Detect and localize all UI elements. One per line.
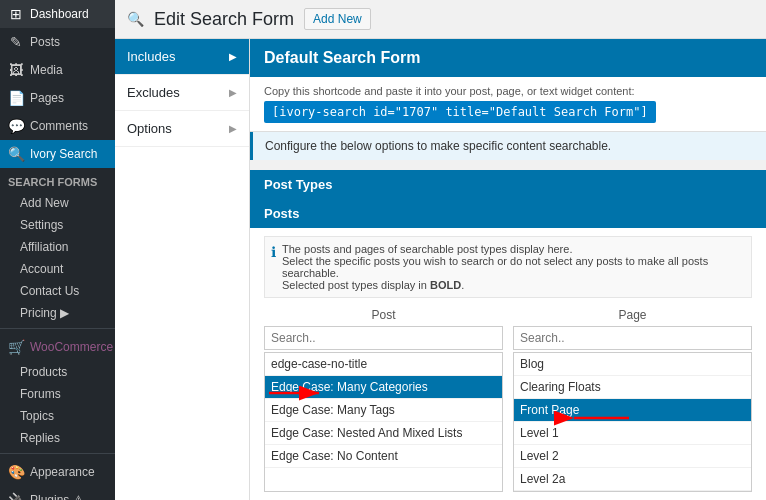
posts-info: ℹ The posts and pages of searchable post… [264, 236, 752, 298]
posts-section-header: Posts [250, 199, 766, 228]
sidebar-sub-contact-us[interactable]: Contact Us [0, 280, 115, 302]
appearance-label: Appearance [30, 465, 95, 479]
list-item[interactable]: edge-case-no-title [265, 353, 502, 376]
sidebar-item-label: Pages [30, 91, 64, 105]
list-item[interactable]: Edge Case: Many Categories [265, 376, 502, 399]
woocommerce-icon: 🛒 [8, 339, 24, 355]
sidebar-item-posts[interactable]: ✎ Posts [0, 28, 115, 56]
list-item[interactable]: Level 1 [514, 422, 751, 445]
sidebar-sub-forums[interactable]: Forums [0, 383, 115, 405]
menu-item-includes[interactable]: Includes ▶ [115, 39, 249, 75]
divider-1 [0, 328, 115, 329]
appearance-icon: 🎨 [8, 464, 24, 480]
excludes-label: Excludes [127, 85, 180, 100]
search-forms-header: Search Forms [0, 168, 115, 192]
sidebar-item-dashboard[interactable]: ⊞ Dashboard [0, 0, 115, 28]
comments-icon: 💬 [8, 118, 24, 134]
list-columns: Post edge-case-no-title Edge Case: Many … [264, 308, 752, 492]
posts-content: ℹ The posts and pages of searchable post… [250, 228, 766, 500]
dsf-copy-note: Copy this shortcode and paste it into yo… [264, 85, 752, 97]
woocommerce-label: WooCommerce [30, 340, 113, 354]
list-item[interactable]: Level 2 [514, 445, 751, 468]
left-panel: Includes ▶ Excludes ▶ Options ▶ [115, 39, 250, 500]
shortcode-box[interactable]: [ivory-search id="1707" title="Default S… [264, 101, 656, 123]
sidebar-sub-pricing[interactable]: Pricing ▶ [0, 302, 115, 324]
dsf-header: Default Search Form [250, 39, 766, 77]
topbar: 🔍 Edit Search Form Add New [115, 0, 766, 39]
add-new-button[interactable]: Add New [304, 8, 371, 30]
plugins-icon: 🔌 [8, 492, 24, 500]
sidebar-item-comments[interactable]: 💬 Comments [0, 112, 115, 140]
chevron-excludes-icon: ▶ [229, 87, 237, 98]
posts-info-text: The posts and pages of searchable post t… [282, 243, 745, 291]
list-item[interactable]: Edge Case: Nested And Mixed Lists [265, 422, 502, 445]
list-item[interactable]: Blog [514, 353, 751, 376]
sidebar-sub-settings[interactable]: Settings [0, 214, 115, 236]
page-title: Edit Search Form [154, 9, 294, 30]
sidebar-sub-topics[interactable]: Topics [0, 405, 115, 427]
sidebar-item-label: Media [30, 63, 63, 77]
sidebar-item-label: Posts [30, 35, 60, 49]
list-item[interactable]: Front Page [514, 399, 751, 422]
search-icon: 🔍 [8, 146, 24, 162]
page-column: Page Blog Clearing Floats Front Page Lev… [513, 308, 752, 492]
sidebar-item-ivory-search[interactable]: 🔍 Ivory Search [0, 140, 115, 168]
right-panel: Default Search Form Copy this shortcode … [250, 39, 766, 500]
sidebar-item-media[interactable]: 🖼 Media [0, 56, 115, 84]
options-label: Options [127, 121, 172, 136]
pages-icon: 📄 [8, 90, 24, 106]
list-columns-container: Post edge-case-no-title Edge Case: Many … [264, 308, 752, 492]
menu-item-excludes[interactable]: Excludes ▶ [115, 75, 249, 111]
sidebar-item-appearance[interactable]: 🎨 Appearance [0, 458, 115, 486]
sidebar-sub-replies[interactable]: Replies [0, 427, 115, 449]
plugins-label: Plugins ⚠ [30, 493, 84, 500]
page-list-box[interactable]: Blog Clearing Floats Front Page Level 1 … [513, 352, 752, 492]
post-column: Post edge-case-no-title Edge Case: Many … [264, 308, 503, 492]
menu-item-options[interactable]: Options ▶ [115, 111, 249, 147]
sidebar-item-plugins[interactable]: 🔌 Plugins ⚠ [0, 486, 115, 500]
post-search-input[interactable] [264, 326, 503, 350]
sidebar-item-label: Ivory Search [30, 147, 97, 161]
sidebar-sub-add-new[interactable]: Add New [0, 192, 115, 214]
list-item[interactable]: Edge Case: No Content [265, 445, 502, 468]
dashboard-icon: ⊞ [8, 6, 24, 22]
dsf-sub: Copy this shortcode and paste it into yo… [250, 77, 766, 132]
sidebar-sub-affiliation[interactable]: Affiliation [0, 236, 115, 258]
includes-label: Includes [127, 49, 175, 64]
sidebar-item-woocommerce[interactable]: 🛒 WooCommerce [0, 333, 115, 361]
sidebar-item-label: Comments [30, 119, 88, 133]
divider-2 [0, 453, 115, 454]
content-area: Includes ▶ Excludes ▶ Options ▶ Default … [115, 39, 766, 500]
sidebar-item-pages[interactable]: 📄 Pages [0, 84, 115, 112]
chevron-options-icon: ▶ [229, 123, 237, 134]
configure-note: Configure the below options to make spec… [250, 132, 766, 160]
chevron-includes-icon: ▶ [229, 51, 237, 62]
sidebar-item-label: Dashboard [30, 7, 89, 21]
post-list-box[interactable]: edge-case-no-title Edge Case: Many Categ… [264, 352, 503, 492]
page-col-header: Page [513, 308, 752, 322]
list-item[interactable]: Clearing Floats [514, 376, 751, 399]
posts-icon: ✎ [8, 34, 24, 50]
list-item[interactable]: Edge Case: Many Tags [265, 399, 502, 422]
topbar-search-icon: 🔍 [127, 11, 144, 27]
page-search-input[interactable] [513, 326, 752, 350]
sidebar-sub-account[interactable]: Account [0, 258, 115, 280]
info-icon: ℹ [271, 244, 276, 260]
post-types-header: Post Types [250, 170, 766, 199]
media-icon: 🖼 [8, 62, 24, 78]
main-area: 🔍 Edit Search Form Add New Includes ▶ Ex… [115, 0, 766, 500]
dsf-title: Default Search Form [264, 49, 420, 66]
sidebar-sub-products[interactable]: Products [0, 361, 115, 383]
post-col-header: Post [264, 308, 503, 322]
sidebar: ⊞ Dashboard ✎ Posts 🖼 Media 📄 Pages 💬 Co… [0, 0, 115, 500]
list-item[interactable]: Level 2a [514, 468, 751, 491]
